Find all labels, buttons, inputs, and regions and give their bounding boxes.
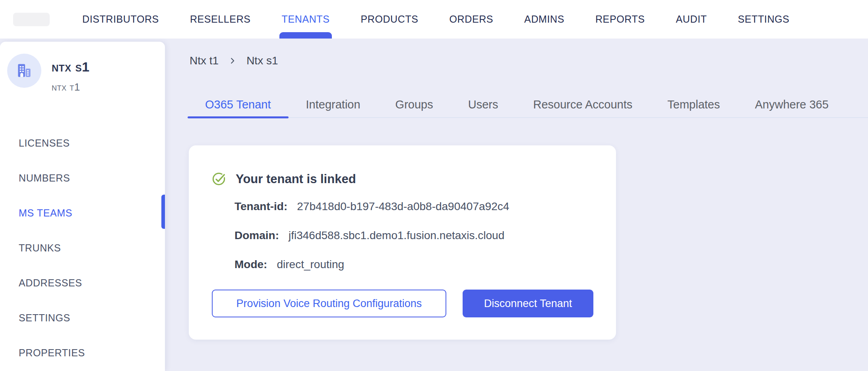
tenant-fields: Tenant-id: 27b418d0-b197-483d-a0b8-da904… — [234, 200, 509, 287]
field-domain-value: jfi346d588.sbc1.demo1.fusion.netaxis.clo… — [289, 229, 504, 242]
buildings-icon — [14, 61, 34, 81]
org-parent-name: ntx t1 — [52, 81, 89, 93]
avatar — [7, 54, 41, 88]
card-title: Your tenant is linked — [236, 172, 356, 186]
field-domain: Domain: jfi346d588.sbc1.demo1.fusion.net… — [234, 229, 509, 242]
check-circle-icon — [211, 172, 226, 186]
tab-bar: O365 Tenant Integration Groups Users Res… — [188, 91, 868, 118]
field-tenant-id: Tenant-id: 27b418d0-b197-483d-a0b8-da904… — [234, 200, 509, 213]
app-window: DISTRIBUTORS RESELLERS TENANTS PRODUCTS … — [0, 0, 868, 371]
sidebar-item-settings[interactable]: SETTINGS — [0, 300, 165, 335]
sidebar-active-indicator — [161, 195, 165, 229]
chevron-right-icon — [228, 56, 237, 65]
nav-item-reports[interactable]: REPORTS — [595, 0, 645, 39]
active-nav-indicator — [279, 32, 332, 39]
nav-item-products[interactable]: PRODUCTS — [360, 0, 418, 39]
breadcrumb-site[interactable]: Ntx s1 — [246, 54, 278, 67]
sidebar-item-properties[interactable]: PROPERTIES — [0, 335, 165, 370]
tab-integration[interactable]: Integration — [289, 91, 378, 118]
tab-resource-accounts[interactable]: Resource Accounts — [515, 91, 650, 118]
breadcrumb-tenant[interactable]: Ntx t1 — [190, 54, 219, 67]
field-mode: Mode: direct_routing — [234, 258, 509, 271]
main-content: Ntx t1 Ntx s1 O365 Tenant Integration Gr… — [165, 39, 868, 371]
sidebar-menu: LICENSES NUMBERS MS TEAMS TRUNKS ADDRESS… — [0, 126, 165, 370]
app-logo — [13, 13, 50, 26]
sidebar-item-trunks[interactable]: TRUNKS — [0, 230, 165, 265]
tab-anywhere-365[interactable]: Anywhere 365 — [737, 91, 846, 118]
tab-users[interactable]: Users — [451, 91, 516, 118]
field-domain-label: Domain: — [234, 229, 279, 242]
nav-item-admins[interactable]: ADMINS — [524, 0, 564, 39]
nav-item-settings[interactable]: SETTINGS — [738, 0, 790, 39]
field-mode-label: Mode: — [234, 258, 267, 271]
provision-voice-routing-button[interactable]: Provision Voice Routing Configurations — [212, 290, 446, 317]
tab-o365-tenant[interactable]: O365 Tenant — [188, 91, 289, 118]
nav-item-distributors[interactable]: DISTRIBUTORS — [82, 0, 159, 39]
field-tenant-id-value: 27b418d0-b197-483d-a0b8-da90407a92c4 — [297, 200, 509, 213]
tab-templates[interactable]: Templates — [650, 91, 737, 118]
nav-item-orders[interactable]: ORDERS — [450, 0, 494, 39]
nav-item-audit[interactable]: AUDIT — [676, 0, 707, 39]
nav-item-tenants-label: TENANTS — [282, 14, 330, 25]
disconnect-tenant-button[interactable]: Disconnect Tenant — [463, 290, 593, 317]
sidebar-item-numbers[interactable]: NUMBERS — [0, 160, 165, 195]
top-nav-bar: DISTRIBUTORS RESELLERS TENANTS PRODUCTS … — [0, 0, 868, 39]
breadcrumb: Ntx t1 Ntx s1 — [190, 54, 278, 67]
sidebar: ntx s1 ntx t1 LICENSES NUMBERS MS TEAMS … — [0, 42, 165, 371]
sidebar-item-addresses[interactable]: ADDRESSES — [0, 265, 165, 300]
tenant-status-card: Your tenant is linked Tenant-id: 27b418d… — [189, 145, 616, 340]
nav-item-resellers[interactable]: RESELLERS — [190, 0, 251, 39]
field-tenant-id-label: Tenant-id: — [234, 200, 287, 213]
sidebar-item-ms-teams[interactable]: MS TEAMS — [0, 195, 165, 230]
org-name: ntx s1 — [52, 59, 89, 75]
nav-item-tenants[interactable]: TENANTS — [282, 0, 330, 39]
tab-groups[interactable]: Groups — [378, 91, 451, 118]
sidebar-item-licenses[interactable]: LICENSES — [0, 126, 165, 160]
field-mode-value: direct_routing — [277, 258, 344, 271]
